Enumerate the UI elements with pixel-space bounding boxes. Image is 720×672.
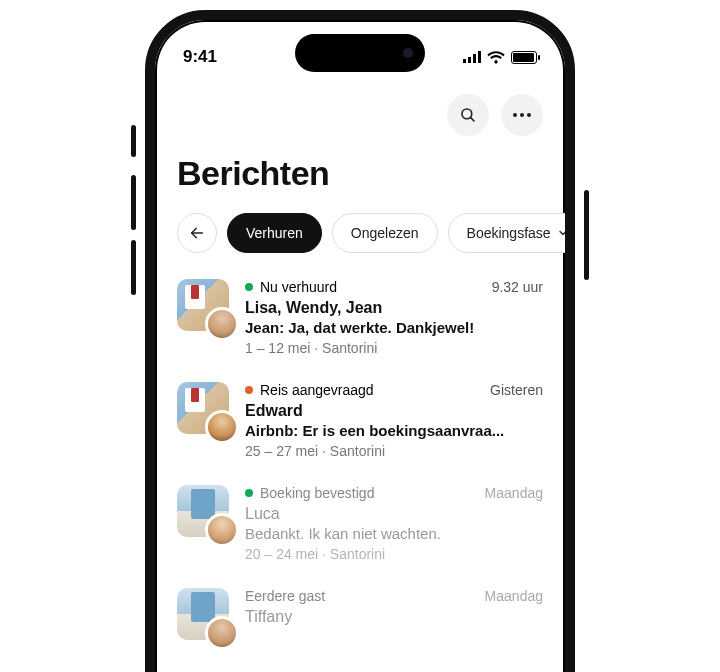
status-dot (245, 489, 253, 497)
arrow-left-icon (189, 225, 205, 241)
timestamp: Maandag (485, 485, 543, 501)
listing-thumbnail (177, 382, 229, 434)
conversation-row[interactable]: Reis aangevraagdGisterenEdwardAirbnb: Er… (177, 382, 543, 459)
participant-names: Edward (245, 402, 543, 420)
more-button[interactable] (501, 94, 543, 136)
chip-label: Boekingsfase (467, 225, 551, 241)
guest-avatar (205, 616, 239, 650)
battery-icon (511, 51, 537, 64)
booking-status: Nu verhuurd (245, 279, 337, 295)
dynamic-island (295, 34, 425, 72)
chip-label: Ongelezen (351, 225, 419, 241)
search-button[interactable] (447, 94, 489, 136)
message-preview: Bedankt. Ik kan niet wachten. (245, 525, 543, 542)
timestamp: Gisteren (490, 382, 543, 398)
more-icon (513, 113, 531, 117)
booking-status: Reis aangevraagd (245, 382, 374, 398)
participant-names: Lisa, Wendy, Jean (245, 299, 543, 317)
timestamp: Maandag (485, 588, 543, 604)
stay-meta: 25 – 27 mei · Santorini (245, 443, 543, 459)
status-label: Reis aangevraagd (260, 382, 374, 398)
filter-chip-verhuren[interactable]: Verhuren (227, 213, 322, 253)
listing-thumbnail (177, 588, 229, 640)
svg-line-1 (470, 117, 474, 121)
cellular-icon (463, 51, 481, 63)
search-icon (459, 106, 477, 124)
back-button[interactable] (177, 213, 217, 253)
participant-names: Tiffany (245, 608, 543, 626)
filter-chip-ongelezen[interactable]: Ongelezen (332, 213, 438, 253)
status-label: Boeking bevestigd (260, 485, 374, 501)
chip-label: Verhuren (246, 225, 303, 241)
chevron-down-icon (557, 227, 569, 239)
filter-chip-boekingsfase[interactable]: Boekingsfase (448, 213, 575, 253)
page-title: Berichten (177, 154, 543, 193)
message-preview: Jean: Ja, dat werkte. Dankjewel! (245, 319, 543, 336)
status-label: Eerdere gast (245, 588, 325, 604)
timestamp: 9.32 uur (492, 279, 543, 295)
conversation-row[interactable]: Nu verhuurd9.32 uurLisa, Wendy, JeanJean… (177, 279, 543, 356)
guest-avatar (205, 410, 239, 444)
conversation-row[interactable]: Boeking bevestigdMaandagLucaBedankt. Ik … (177, 485, 543, 562)
listing-thumbnail (177, 279, 229, 331)
conversation-list: Nu verhuurd9.32 uurLisa, Wendy, JeanJean… (177, 279, 543, 640)
wifi-icon (487, 51, 505, 64)
stay-meta: 1 – 12 mei · Santorini (245, 340, 543, 356)
phone-frame: 9:41 Berichten VerhurenO (145, 10, 575, 672)
filter-row: VerhurenOngelezenBoekingsfase (177, 213, 543, 253)
status-dot (245, 386, 253, 394)
status-dot (245, 283, 253, 291)
booking-status: Eerdere gast (245, 588, 325, 604)
listing-thumbnail (177, 485, 229, 537)
stay-meta: 20 – 24 mei · Santorini (245, 546, 543, 562)
guest-avatar (205, 513, 239, 547)
status-label: Nu verhuurd (260, 279, 337, 295)
conversation-row[interactable]: Eerdere gastMaandagTiffany (177, 588, 543, 640)
guest-avatar (205, 307, 239, 341)
booking-status: Boeking bevestigd (245, 485, 374, 501)
participant-names: Luca (245, 505, 543, 523)
status-time: 9:41 (183, 47, 217, 67)
message-preview: Airbnb: Er is een boekingsaanvraa... (245, 422, 543, 439)
